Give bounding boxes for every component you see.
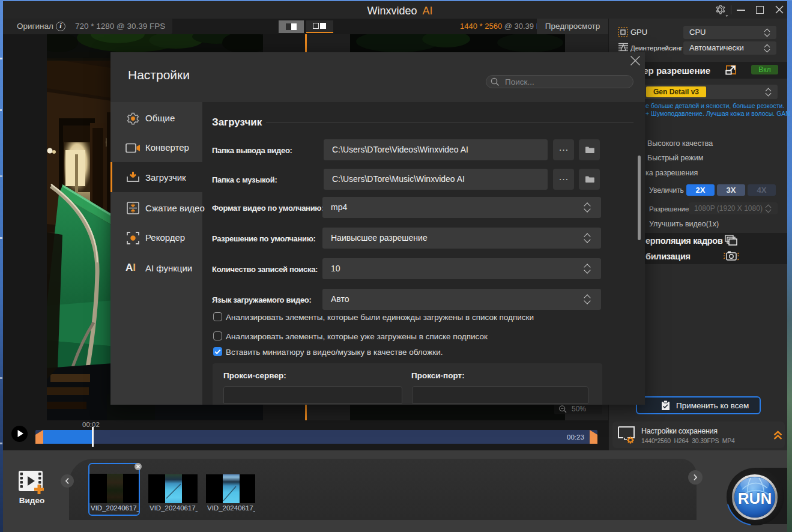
svg-text:RUN: RUN <box>738 489 772 507</box>
